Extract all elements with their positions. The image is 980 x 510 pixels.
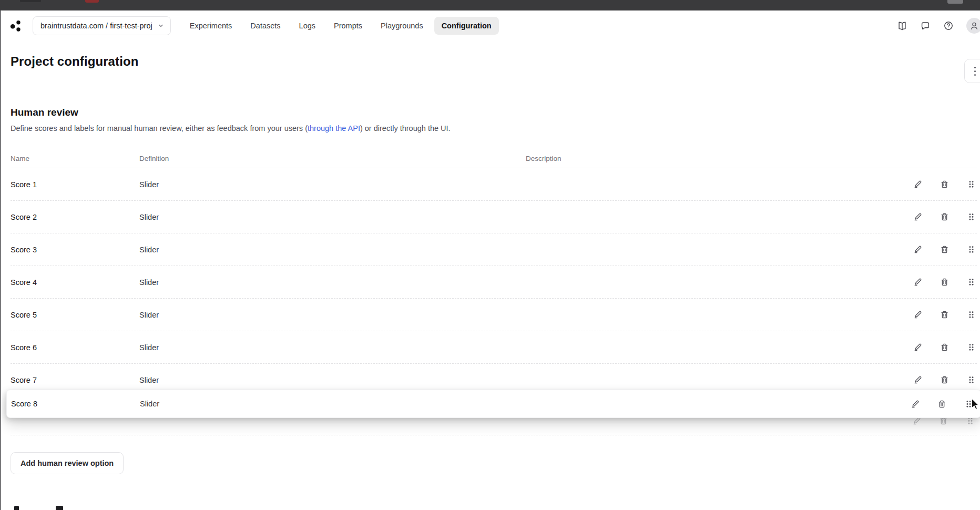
table-row: Score 5 Slider [11,299,977,331]
score-definition: Slider [139,311,526,319]
row-actions [913,278,977,287]
browser-chrome-bar [0,0,980,11]
browser-tab-remnant [20,0,41,2]
score-name: Score 5 [11,311,139,319]
nav-item-playgrounds[interactable]: Playgrounds [373,17,431,35]
user-avatar[interactable] [966,18,980,34]
table-row: Score 4 Slider [11,266,977,299]
person-icon [969,21,979,31]
delete-trash-icon[interactable] [940,343,949,352]
drag-handle-icon[interactable] [966,245,976,254]
delete-trash-icon[interactable] [940,278,949,287]
nav-item-experiments[interactable]: Experiments [182,17,240,35]
score-definition: Slider [139,180,526,189]
table-row: Score 1 Slider [11,168,977,201]
row-actions [913,180,977,189]
edit-pencil-icon[interactable] [913,278,922,287]
feedback-chat-icon[interactable] [920,21,931,31]
score-name: Score 6 [11,343,139,352]
score-name: Score 7 [11,376,139,384]
table-row: Score 2 Slider [11,201,977,233]
page-title: Project configuration [11,54,980,69]
edit-pencil-icon[interactable] [913,375,922,385]
help-circle-icon[interactable] [943,21,954,31]
score-name: Score 2 [11,213,139,221]
score-name: Score 4 [11,278,139,287]
score-definition: Slider [139,278,526,287]
page-more-menu-button[interactable] [964,59,980,83]
description-text-after: ) or directly through the UI. [360,124,451,132]
row-actions [913,375,977,385]
score-name: Score 8 [11,400,140,408]
drag-handle-icon[interactable] [966,310,976,320]
table-row: Score 3 Slider [11,233,977,266]
drag-handle-icon[interactable] [966,278,976,287]
braintrust-logo-icon[interactable] [9,19,23,33]
kebab-dot [974,67,976,68]
score-definition: Slider [139,213,526,221]
clipped-glyph [56,506,63,510]
window-left-edge [0,11,1,510]
edit-pencil-icon[interactable] [913,310,922,320]
row-actions [913,245,977,254]
through-the-api-link[interactable]: through the API [308,124,360,132]
nav-item-prompts[interactable]: Prompts [326,17,370,35]
chevron-down-icon [158,23,164,29]
next-section-heading-partial [0,506,210,510]
row-actions [913,310,977,320]
row-actions [913,343,977,352]
column-header-name: Name [11,155,139,162]
dragged-row-score-8[interactable]: Score 8 Slider [6,390,980,418]
drag-handle-icon[interactable] [966,343,976,352]
row-actions [913,212,977,222]
nav-item-logs[interactable]: Logs [292,17,323,35]
column-header-description: Description [526,155,977,162]
drag-handle-icon[interactable] [966,212,976,222]
edit-pencil-icon[interactable] [913,245,922,254]
score-name: Score 1 [11,180,139,189]
human-review-section-title: Human review [11,106,980,119]
human-review-description: Define scores and labels for manual huma… [11,124,980,133]
recording-indicator-badge [85,0,99,3]
app-header: braintrustdata.com / first-test-proj Exp… [0,11,980,41]
browser-control-remnant [947,0,963,4]
docs-book-icon[interactable] [897,21,907,31]
table-row: Score 6 Slider [11,331,977,364]
header-icons [897,11,980,41]
delete-trash-icon[interactable] [940,375,949,385]
score-definition: Slider [139,246,526,254]
delete-trash-icon[interactable] [937,399,946,409]
kebab-dot [974,74,976,76]
row-actions [910,399,974,409]
delete-trash-icon[interactable] [940,245,949,254]
score-definition: Slider [139,376,526,384]
clipped-glyph [14,506,19,510]
delete-trash-icon[interactable] [940,310,949,320]
edit-pencil-icon[interactable] [910,399,920,409]
add-human-review-option-button[interactable]: Add human review option [11,452,124,474]
kebab-dot [974,70,976,72]
score-definition: Slider [139,343,526,352]
primary-nav: Experiments Datasets Logs Prompts Playgr… [182,17,503,35]
column-header-definition: Definition [139,155,526,162]
score-name: Score 3 [11,246,139,254]
drag-handle-icon[interactable] [966,180,976,189]
edit-pencil-icon[interactable] [913,180,922,189]
table-header-row: Name Definition Description [11,149,977,168]
nav-item-configuration[interactable]: Configuration [434,17,499,35]
score-definition: Slider [140,400,526,408]
description-text-before: Define scores and labels for manual huma… [11,124,308,132]
project-selector[interactable]: braintrustdata.com / first-test-proj [33,16,171,35]
delete-trash-icon[interactable] [940,180,949,189]
delete-trash-icon[interactable] [940,212,949,222]
drag-handle-icon[interactable] [964,399,973,409]
edit-pencil-icon[interactable] [913,212,922,222]
edit-pencil-icon[interactable] [913,343,922,352]
nav-item-datasets[interactable]: Datasets [243,17,288,35]
drag-handle-icon[interactable] [966,375,976,385]
project-selector-label: braintrustdata.com / first-test-proj [40,22,152,30]
